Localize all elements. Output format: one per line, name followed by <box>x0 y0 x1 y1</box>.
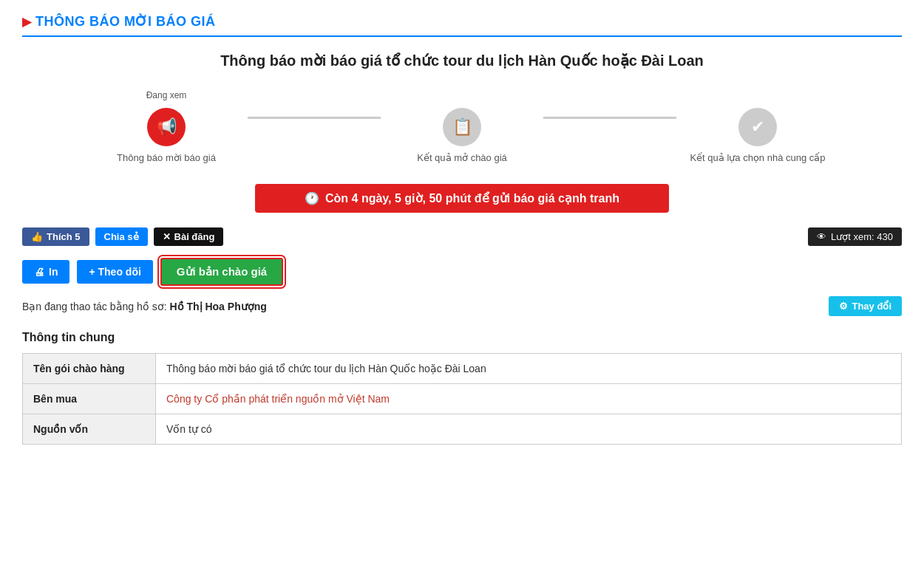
page-title: THÔNG BÁO MỜI BÁO GIÁ <box>35 13 216 30</box>
page-header: ▶ THÔNG BÁO MỜI BÁO GIÁ <box>22 13 902 37</box>
change-label: Thay đổi <box>852 301 891 312</box>
like-label: Thích 5 <box>47 231 81 242</box>
table-label-3: Nguồn vốn <box>23 414 156 445</box>
step3-circle: ✔ <box>738 108 777 146</box>
step-3: ✔ Kết quả lựa chọn nhà cung cấp <box>676 90 839 163</box>
print-button[interactable]: 🖨 In <box>22 260 69 284</box>
post-label: Bài đăng <box>174 231 215 242</box>
countdown-bar: 🕐 Còn 4 ngày, 5 giờ, 50 phút để gửi báo … <box>255 184 669 213</box>
table-value-3: Vốn tự có <box>156 414 902 445</box>
profile-prefix: Bạn đang thao tác bằng hồ sơ: <box>22 301 167 312</box>
share-button[interactable]: Chia sẻ <box>95 227 148 246</box>
profile-info: Bạn đang thao tác bằng hồ sơ: Hồ Thị Hoa… <box>22 301 267 312</box>
table-row: Bên mua Công ty Cổ phần phát triển nguồn… <box>23 384 902 414</box>
table-row: Nguồn vốn Vốn tự có <box>23 414 902 445</box>
follow-label: + Theo dõi <box>89 266 140 278</box>
step-1: Đang xem 📢 Thông báo mời báo giá <box>85 90 248 163</box>
like-icon: 👍 <box>31 231 43 242</box>
x-icon: ✕ <box>163 231 171 242</box>
step-2: 📋 Kết quả mở chào giá <box>381 90 543 163</box>
step1-name: Thông báo mời báo giá <box>117 152 216 163</box>
submit-quote-button[interactable]: Gửi bản chào giá <box>160 258 283 286</box>
step2-circle: 📋 <box>443 108 481 146</box>
action-bar: 🖨 In + Theo dõi Gửi bản chào giá <box>22 258 902 286</box>
info-table: Tên gói chào hàng Thông báo mời báo giá … <box>22 353 902 445</box>
view-label: Lượt xem: 430 <box>831 231 893 242</box>
countdown-text: Còn 4 ngày, 5 giờ, 50 phút để gửi báo gi… <box>325 191 619 205</box>
table-value-1: Thông báo mời báo giá tổ chức tour du lị… <box>156 354 902 384</box>
change-profile-button[interactable]: ⚙ Thay đổi <box>829 296 902 316</box>
connector-1-2 <box>248 117 381 119</box>
table-label-1: Tên gói chào hàng <box>23 354 156 384</box>
step1-label-above: Đang xem <box>146 90 187 103</box>
submit-label: Gửi bản chào giá <box>177 265 267 278</box>
step2-name: Kết quả mở chào giá <box>417 152 507 163</box>
clock-icon: 🕐 <box>305 191 319 205</box>
header-arrow: ▶ <box>22 15 31 29</box>
print-label: In <box>49 266 58 278</box>
table-label-2: Bên mua <box>23 384 156 414</box>
view-count: 👁 Lượt xem: 430 <box>808 227 902 246</box>
table-row: Tên gói chào hàng Thông báo mời báo giá … <box>23 354 902 384</box>
post-button[interactable]: ✕ Bài đăng <box>154 227 224 246</box>
section-title: Thông tin chung <box>22 331 902 344</box>
steps-container: Đang xem 📢 Thông báo mời báo giá 📋 Kết q… <box>22 90 902 163</box>
step3-name: Kết quả lựa chọn nhà cung cấp <box>690 152 825 163</box>
profile-name: Hồ Thị Hoa Phượng <box>169 301 266 312</box>
share-label: Chia sẻ <box>104 231 139 242</box>
profile-line: Bạn đang thao tác bằng hồ sơ: Hồ Thị Hoa… <box>22 296 902 316</box>
social-bar: 👍 Thích 5 Chia sẻ ✕ Bài đăng 👁 Lượt xem:… <box>22 227 902 246</box>
like-button[interactable]: 👍 Thích 5 <box>22 227 89 246</box>
gear-icon: ⚙ <box>839 301 848 312</box>
table-value-2[interactable]: Công ty Cổ phần phát triển nguồn mở Việt… <box>156 384 902 414</box>
follow-button[interactable]: + Theo dõi <box>77 260 152 284</box>
main-title: Thông báo mời báo giá tổ chức tour du lị… <box>22 52 902 69</box>
step1-circle: 📢 <box>147 108 186 146</box>
printer-icon: 🖨 <box>34 266 44 278</box>
connector-2-3 <box>543 117 676 119</box>
eye-icon: 👁 <box>817 231 826 242</box>
